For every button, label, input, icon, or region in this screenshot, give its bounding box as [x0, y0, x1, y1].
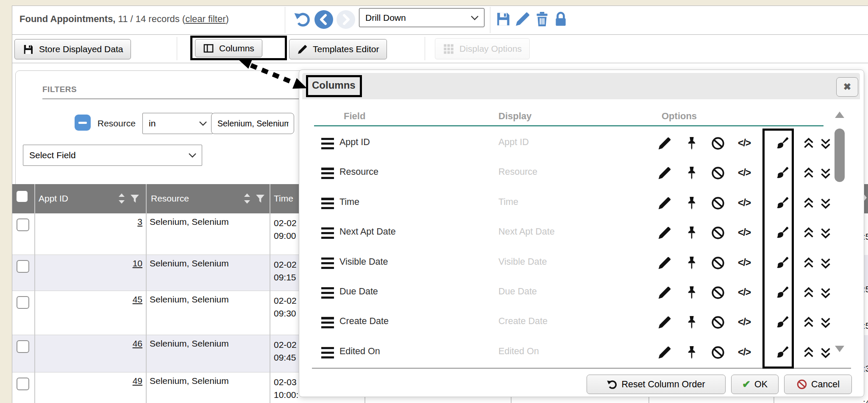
ban-icon[interactable] [711, 136, 725, 151]
remove-filter-button[interactable] [75, 115, 91, 131]
move-up-icon[interactable] [801, 226, 816, 240]
ban-icon[interactable] [711, 315, 725, 330]
records-count-suffix: ) [226, 14, 229, 24]
clear-filter-link[interactable]: clear filter [185, 14, 225, 24]
code-icon[interactable]: </> [738, 257, 759, 271]
move-down-icon[interactable] [818, 226, 833, 240]
move-up-icon[interactable] [801, 256, 816, 270]
move-up-icon[interactable] [801, 285, 816, 300]
filter-operator-select[interactable]: in [142, 113, 213, 134]
move-down-icon[interactable] [818, 345, 833, 360]
filter-funnel-icon[interactable] [256, 194, 265, 206]
appointment-id-link[interactable]: 49 [34, 376, 142, 386]
move-down-icon[interactable] [818, 285, 833, 300]
edit-icon[interactable] [657, 315, 672, 330]
row-checkbox[interactable] [17, 340, 29, 353]
row-checkbox[interactable] [17, 260, 29, 273]
pin-icon[interactable] [684, 285, 699, 300]
code-icon[interactable]: </> [738, 167, 759, 182]
column-config-row: Create Date Create Date </> [314, 308, 840, 337]
move-down-icon[interactable] [818, 315, 833, 330]
col-header-appt-id[interactable]: Appt ID [39, 193, 68, 204]
pin-icon[interactable] [684, 136, 699, 151]
ban-icon[interactable] [711, 166, 725, 180]
drag-handle-icon[interactable] [321, 227, 334, 239]
filter-funnel-icon[interactable] [130, 194, 139, 206]
edit-icon[interactable] [657, 136, 672, 151]
pin-icon[interactable] [684, 166, 699, 180]
pin-icon[interactable] [684, 345, 699, 360]
drag-handle-icon[interactable] [321, 257, 334, 269]
move-up-icon[interactable] [801, 166, 816, 180]
ban-icon[interactable] [711, 196, 725, 210]
dialog-scrollbar[interactable] [834, 112, 845, 354]
edit-icon[interactable] [657, 345, 672, 360]
edit-icon[interactable] [657, 196, 672, 210]
appointment-id-link[interactable]: 10 [34, 258, 142, 269]
nav-back-icon[interactable] [314, 10, 333, 29]
dialog-close-button[interactable]: ✖ [836, 77, 858, 97]
code-icon[interactable]: </> [738, 227, 759, 241]
appointment-id-link[interactable]: 3 [34, 217, 142, 227]
drag-handle-icon[interactable] [321, 347, 334, 358]
select-field-dropdown[interactable]: Select Field [23, 145, 202, 166]
appointment-id-link[interactable]: 46 [34, 339, 142, 349]
row-checkbox[interactable] [17, 378, 29, 390]
drag-handle-icon[interactable] [321, 317, 334, 328]
appointment-id-link[interactable]: 45 [34, 294, 142, 305]
code-icon[interactable]: </> [738, 347, 759, 361]
dialog-titlebar[interactable] [302, 73, 860, 99]
edit-view-icon[interactable] [515, 11, 531, 27]
lock-view-icon[interactable] [553, 11, 569, 27]
pin-icon[interactable] [684, 226, 699, 240]
ok-button[interactable]: ✔ OK [731, 375, 779, 394]
col-header-time[interactable]: Time [274, 193, 293, 204]
ban-icon[interactable] [711, 345, 725, 360]
save-view-icon[interactable] [495, 11, 511, 27]
scrollbar-thumb[interactable] [835, 129, 845, 182]
sort-icon[interactable] [117, 193, 126, 206]
ban-icon[interactable] [711, 256, 725, 270]
code-icon[interactable]: </> [738, 137, 759, 152]
row-checkbox[interactable] [17, 218, 29, 231]
select-all-checkbox[interactable] [17, 191, 28, 202]
pin-icon[interactable] [684, 196, 699, 210]
ban-icon[interactable] [711, 285, 725, 300]
code-icon[interactable]: </> [738, 287, 759, 301]
code-icon[interactable]: </> [738, 197, 759, 212]
column-divider [34, 184, 35, 403]
move-up-icon[interactable] [801, 345, 816, 360]
undo-icon[interactable] [294, 11, 311, 28]
move-down-icon[interactable] [818, 136, 833, 151]
drag-handle-icon[interactable] [321, 198, 334, 209]
row-checkbox[interactable] [17, 296, 29, 309]
reset-column-order-button[interactable]: Reset Column Order [587, 375, 726, 394]
filter-value-input[interactable]: Selenium, Selenium [211, 113, 294, 134]
drag-handle-icon[interactable] [321, 168, 334, 179]
edit-icon[interactable] [657, 166, 672, 180]
ban-icon[interactable] [711, 226, 725, 240]
drag-handle-icon[interactable] [321, 287, 334, 299]
move-up-icon[interactable] [801, 136, 816, 151]
move-up-icon[interactable] [801, 196, 816, 210]
move-down-icon[interactable] [818, 166, 833, 180]
edit-icon[interactable] [657, 226, 672, 240]
table-row: 45 Selenium, Selenium 02-0209:30 [12, 291, 299, 335]
edit-icon[interactable] [657, 285, 672, 300]
move-down-icon[interactable] [818, 196, 833, 210]
delete-view-icon[interactable] [534, 11, 550, 27]
code-icon[interactable]: </> [738, 316, 759, 331]
move-down-icon[interactable] [818, 256, 833, 270]
cancel-button[interactable]: Cancel [784, 375, 852, 394]
drill-down-select[interactable]: Drill Down [359, 8, 484, 27]
move-up-icon[interactable] [801, 315, 816, 330]
scroll-up-icon[interactable] [835, 112, 844, 118]
drag-handle-icon[interactable] [321, 138, 334, 149]
sort-icon[interactable] [243, 193, 251, 206]
col-header-resource[interactable]: Resource [151, 193, 189, 204]
pin-icon[interactable] [684, 315, 699, 330]
pin-icon[interactable] [684, 256, 699, 270]
edit-icon[interactable] [657, 256, 672, 270]
store-displayed-data-button[interactable]: Store Displayed Data [14, 39, 131, 59]
scroll-down-icon[interactable] [835, 346, 844, 352]
